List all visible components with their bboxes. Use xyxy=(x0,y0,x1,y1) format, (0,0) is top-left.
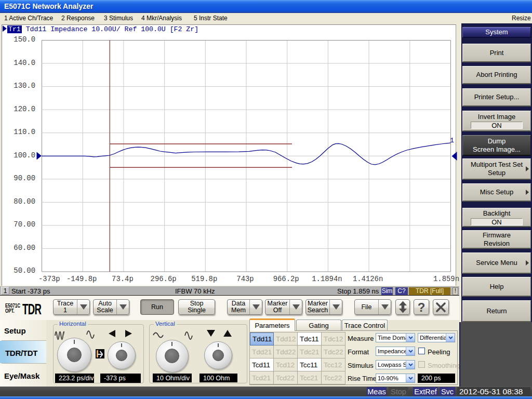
svg-text:100.0: 100.0 xyxy=(14,151,35,159)
svg-text:1: 1 xyxy=(450,137,454,144)
svg-text:110.0: 110.0 xyxy=(14,128,35,136)
svg-text:73.4p: 73.4p xyxy=(112,275,134,283)
svg-text:-149.8p: -149.8p xyxy=(66,275,97,283)
svg-text:1.1894n: 1.1894n xyxy=(312,275,342,283)
svg-text:130.0: 130.0 xyxy=(14,82,35,90)
svg-text:90.00: 90.00 xyxy=(14,174,35,182)
svg-text:80.00: 80.00 xyxy=(14,197,35,206)
svg-text:1.859n: 1.859n xyxy=(433,275,459,283)
svg-text:120.0: 120.0 xyxy=(14,105,35,113)
svg-text:140.0: 140.0 xyxy=(14,59,35,67)
svg-text:70.00: 70.00 xyxy=(14,220,35,229)
svg-text:1.4126n: 1.4126n xyxy=(353,275,383,283)
svg-text:60.00: 60.00 xyxy=(14,244,35,252)
svg-text:519.8p: 519.8p xyxy=(191,275,217,283)
svg-text:150.0: 150.0 xyxy=(14,35,35,44)
svg-text:-373p: -373p xyxy=(38,275,60,283)
svg-text:296.6p: 296.6p xyxy=(151,275,177,283)
svg-text:743p: 743p xyxy=(236,275,254,283)
svg-text:50.00: 50.00 xyxy=(14,267,35,275)
svg-text:966.2p: 966.2p xyxy=(273,275,299,283)
